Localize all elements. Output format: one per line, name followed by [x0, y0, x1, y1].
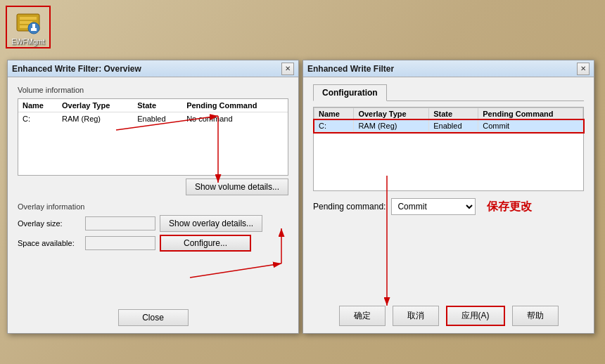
col-header-state: State — [133, 99, 182, 112]
overlay-section: Overlay information Overlay size: Show o… — [18, 202, 288, 252]
col-header-name: Name — [18, 99, 58, 112]
space-available-label: Space available: — [18, 239, 81, 247]
left-dialog-close-button[interactable]: ✕ — [281, 63, 294, 75]
help-button[interactable]: 帮助 — [512, 306, 559, 326]
right-col-overlay: Overlay Type — [354, 108, 429, 120]
right-row-name: C: — [314, 120, 354, 132]
right-col-name: Name — [314, 108, 354, 120]
col-header-overlay: Overlay Type — [58, 99, 133, 112]
show-overlay-details-button[interactable]: Show overlay details... — [160, 215, 262, 232]
space-available-row: Space available: Configure... — [18, 235, 288, 252]
right-dialog-footer: 确定 取消 应用(A) 帮助 — [310, 306, 587, 326]
right-dialog-title: Enhanced Write Filter — [307, 64, 394, 74]
right-volume-table-container: Name Overlay Type State Pending Command … — [313, 107, 584, 191]
volume-table-container: Name Overlay Type State Pending Command … — [18, 98, 288, 176]
volume-section-label: Volume information — [18, 86, 288, 94]
right-table-row[interactable]: C: RAM (Reg) Enabled Commit — [314, 120, 583, 132]
row-state: Enabled — [133, 112, 182, 126]
left-dialog-titlebar: Enhanced Write Filter: Overview ✕ — [8, 60, 298, 77]
left-dialog: Enhanced Write Filter: Overview ✕ Volume… — [7, 60, 299, 334]
left-dialog-title: Enhanced Write Filter: Overview — [12, 64, 141, 74]
right-row-state: Enabled — [429, 120, 478, 132]
row-name: C: — [18, 112, 58, 126]
overlay-size-input[interactable] — [85, 216, 155, 230]
close-button[interactable]: Close — [118, 309, 189, 326]
right-row-overlay: RAM (Reg) — [354, 120, 429, 132]
row-pending: No command — [182, 112, 288, 126]
overlay-size-label: Overlay size: — [18, 219, 81, 228]
right-volume-table: Name Overlay Type State Pending Command … — [314, 108, 583, 132]
overlay-size-row: Overlay size: Show overlay details... — [18, 215, 288, 232]
right-col-state: State — [429, 108, 478, 120]
desktop-icon-label: EWFMgmt — [8, 38, 48, 46]
svg-rect-6 — [31, 28, 37, 31]
cancel-button[interactable]: 取消 — [393, 306, 439, 326]
apply-button[interactable]: 应用(A) — [446, 306, 505, 326]
table-row[interactable]: C: RAM (Reg) Enabled No command — [18, 112, 288, 126]
svg-rect-3 — [20, 25, 28, 28]
svg-rect-1 — [20, 17, 37, 20]
ok-button[interactable]: 确定 — [339, 306, 386, 326]
tab-bar: Configuration — [313, 84, 584, 101]
pending-command-label: Pending command: — [313, 202, 386, 212]
col-header-pending: Pending Command — [182, 99, 288, 112]
volume-table: Name Overlay Type State Pending Command … — [18, 99, 288, 125]
pending-command-select[interactable]: Commit No command Commit and disable Ena… — [391, 198, 476, 215]
space-available-input[interactable] — [85, 236, 155, 250]
tab-configuration[interactable]: Configuration — [313, 84, 387, 101]
show-volume-details-button[interactable]: Show volume details... — [186, 178, 288, 195]
overlay-section-label: Overlay information — [18, 202, 288, 211]
configure-button[interactable]: Configure... — [160, 235, 251, 252]
pending-command-row: Pending command: Commit No command Commi… — [313, 198, 584, 215]
right-dialog: Enhanced Write Filter ✕ Configuration Na… — [302, 60, 594, 334]
right-dialog-titlebar: Enhanced Write Filter ✕ — [303, 60, 594, 77]
right-col-pending: Pending Command — [478, 108, 583, 120]
right-dialog-close-button[interactable]: ✕ — [577, 63, 590, 75]
save-change-label: 保存更改 — [487, 200, 532, 214]
row-overlay-type: RAM (Reg) — [58, 112, 133, 126]
ewfmgmt-icon[interactable]: EWFMgmt — [6, 6, 51, 48]
right-row-pending: Commit — [478, 120, 583, 132]
